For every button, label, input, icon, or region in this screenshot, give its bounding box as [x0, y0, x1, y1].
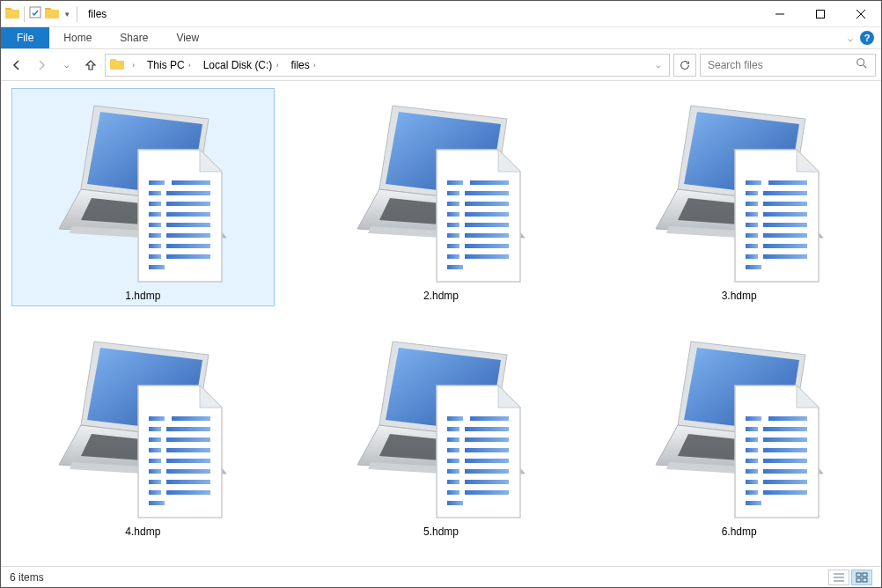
svg-rect-152 — [763, 490, 807, 495]
svg-rect-141 — [746, 437, 758, 442]
properties-icon[interactable] — [28, 5, 42, 22]
recent-locations-button[interactable]: ⌵ — [55, 55, 77, 76]
svg-rect-143 — [746, 448, 758, 452]
svg-rect-97 — [149, 469, 161, 474]
svg-rect-148 — [763, 469, 807, 474]
svg-rect-139 — [746, 427, 758, 431]
search-placeholder: Search files — [708, 59, 763, 71]
svg-rect-43 — [447, 212, 459, 217]
address-dropdown-icon[interactable]: ⌵ — [656, 61, 660, 70]
svg-rect-130 — [447, 416, 463, 421]
breadcrumb-segment[interactable]: files› — [285, 55, 320, 76]
svg-rect-18 — [149, 212, 161, 217]
svg-rect-21 — [166, 223, 210, 227]
svg-rect-119 — [465, 448, 509, 452]
file-item[interactable]: 3.hdmp — [607, 88, 871, 306]
svg-rect-93 — [149, 448, 161, 452]
svg-rect-126 — [447, 490, 459, 495]
refresh-button[interactable] — [673, 54, 696, 77]
svg-rect-145 — [746, 459, 758, 463]
search-icon — [856, 57, 868, 72]
svg-rect-39 — [447, 191, 459, 195]
svg-rect-125 — [465, 480, 509, 484]
svg-rect-147 — [746, 469, 758, 474]
svg-rect-69 — [763, 212, 807, 217]
status-bar: 6 items — [1, 566, 881, 587]
svg-rect-122 — [447, 469, 459, 474]
svg-rect-89 — [149, 427, 161, 431]
svg-rect-128 — [447, 501, 463, 505]
svg-rect-156 — [768, 416, 807, 421]
svg-rect-31 — [172, 180, 210, 185]
tab-view[interactable]: View — [162, 27, 213, 48]
chevron-right-icon[interactable]: › — [188, 61, 191, 70]
svg-rect-24 — [149, 244, 161, 248]
ribbon: File Home Share View ⌵ ? — [1, 27, 881, 49]
hdmp-file-icon — [46, 92, 239, 286]
minimize-button[interactable] — [760, 1, 800, 27]
forward-button[interactable] — [31, 55, 52, 76]
file-tab[interactable]: File — [1, 27, 49, 48]
svg-rect-123 — [465, 469, 509, 474]
svg-rect-20 — [149, 223, 161, 227]
breadcrumb-segment[interactable]: Local Disk (C:)› — [198, 55, 284, 76]
svg-rect-0 — [30, 7, 40, 18]
svg-rect-90 — [166, 427, 210, 431]
svg-rect-52 — [465, 254, 509, 259]
file-item[interactable]: 5.hdmp — [310, 324, 573, 542]
svg-rect-41 — [447, 202, 459, 206]
svg-rect-94 — [166, 448, 210, 452]
up-button[interactable] — [80, 55, 101, 76]
svg-rect-46 — [465, 223, 509, 227]
svg-rect-72 — [746, 233, 758, 238]
tab-home[interactable]: Home — [49, 27, 106, 48]
svg-rect-40 — [465, 191, 509, 195]
svg-rect-102 — [166, 490, 210, 495]
svg-rect-30 — [149, 180, 165, 185]
collapse-ribbon-icon[interactable]: ⌵ — [848, 33, 853, 43]
svg-rect-146 — [763, 459, 807, 463]
file-item[interactable]: 4.hdmp — [11, 324, 275, 542]
file-item[interactable]: 6.hdmp — [607, 324, 871, 542]
chevron-right-icon[interactable]: › — [313, 61, 316, 70]
search-input[interactable]: Search files — [700, 54, 876, 77]
folder-icon-small[interactable] — [44, 5, 60, 22]
help-icon[interactable]: ? — [860, 31, 874, 45]
svg-point-5 — [857, 59, 864, 66]
svg-rect-80 — [746, 180, 761, 185]
svg-rect-121 — [465, 459, 509, 463]
svg-rect-81 — [768, 180, 807, 185]
file-item[interactable]: 1.hdmp — [11, 88, 275, 306]
svg-rect-118 — [447, 448, 459, 452]
large-icons-view-button[interactable] — [851, 570, 872, 585]
svg-rect-98 — [166, 469, 210, 474]
svg-rect-16 — [149, 202, 161, 206]
address-bar[interactable]: › This PC› Local Disk (C:)› files› ⌵ — [105, 54, 670, 77]
chevron-right-icon[interactable]: › — [132, 61, 135, 70]
window-title: files — [88, 8, 107, 20]
svg-rect-56 — [470, 180, 509, 185]
close-button[interactable] — [841, 1, 881, 27]
file-name-label: 4.hdmp — [125, 526, 160, 538]
file-item[interactable]: 2.hdmp — [310, 88, 573, 306]
svg-rect-162 — [856, 578, 861, 582]
svg-rect-27 — [166, 254, 210, 259]
file-list-area[interactable]: 1.hdmp — [1, 81, 881, 566]
tab-share[interactable]: Share — [106, 27, 162, 48]
chevron-right-icon[interactable]: › — [276, 61, 278, 70]
svg-rect-70 — [746, 223, 758, 227]
svg-rect-26 — [149, 254, 161, 259]
svg-rect-142 — [763, 437, 807, 442]
qat-dropdown-icon[interactable]: ▾ — [62, 10, 73, 18]
breadcrumb-segment[interactable]: This PC› — [142, 55, 196, 76]
svg-rect-49 — [447, 244, 459, 248]
details-view-button[interactable] — [828, 570, 849, 585]
file-name-label: 2.hdmp — [423, 290, 459, 302]
title-bar: ▾ files — [1, 1, 881, 27]
back-button[interactable] — [6, 55, 27, 76]
svg-rect-65 — [763, 191, 807, 195]
hdmp-file-icon — [344, 328, 538, 522]
svg-rect-50 — [465, 244, 509, 248]
maximize-button[interactable] — [800, 1, 841, 27]
svg-rect-140 — [763, 427, 807, 431]
